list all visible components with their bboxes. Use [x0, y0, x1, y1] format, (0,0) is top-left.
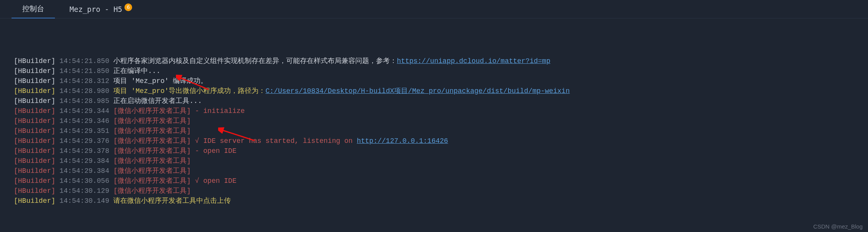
- log-message: [微信小程序开发者工具]: [113, 117, 191, 125]
- log-line: [HBuilder] 14:54:30.129 [微信小程序开发者工具]: [14, 186, 856, 196]
- log-tag: [HBuilder]: [14, 167, 55, 175]
- log-link[interactable]: https://uniapp.dcloud.io/matter?id=mp: [397, 57, 550, 65]
- log-line: [HBuilder] 14:54:21.850 正在编译中...: [14, 66, 856, 76]
- log-link[interactable]: C:/Users/10834/Desktop/H-buildX项目/Mez_pr…: [265, 87, 570, 95]
- tab-bar: 控制台 Mez_pro - H5 6: [0, 0, 868, 18]
- log-message: [微信小程序开发者工具] √ open IDE: [113, 177, 236, 185]
- tab-console[interactable]: 控制台: [12, 0, 55, 18]
- log-time: 14:54:29.384: [60, 157, 109, 165]
- log-tag: [HBuilder]: [14, 97, 55, 105]
- log-message: 正在启动微信开发者工具...: [113, 97, 202, 105]
- log-tag: [HBuilder]: [14, 177, 55, 185]
- log-message: 正在编译中...: [113, 67, 160, 75]
- log-message: [微信小程序开发者工具] √ IDE server has started, l…: [113, 137, 357, 145]
- log-line: [HBuilder] 14:54:29.376 [微信小程序开发者工具] √ I…: [14, 136, 856, 146]
- log-time: 14:54:21.850: [60, 57, 109, 65]
- log-line: [HBuilder] 14:54:28.980 项目 'Mez_pro'导出微信…: [14, 86, 856, 96]
- log-message: 小程序各家浏览器内核及自定义组件实现机制存在差异，可能存在样式布局兼容问题，参考…: [113, 57, 397, 65]
- log-message: 请在微信小程序开发者工具中点击上传: [113, 197, 231, 205]
- log-message: 项目 'Mez_pro'导出微信小程序成功，路径为：: [113, 87, 265, 95]
- log-time: 14:54:28.980: [60, 87, 109, 95]
- log-line: [HBuilder] 14:54:28.985 正在启动微信开发者工具...: [14, 96, 856, 106]
- log-time: 14:54:29.378: [60, 147, 109, 155]
- log-line: [HBuilder] 14:54:29.378 [微信小程序开发者工具] - o…: [14, 146, 856, 156]
- log-tag: [HBuilder]: [14, 157, 55, 165]
- log-time: 14:54:30.129: [60, 187, 109, 195]
- log-time: 14:54:21.850: [60, 67, 109, 75]
- log-line: [HBuilder] 14:54:29.351 [微信小程序开发者工具]: [14, 126, 856, 136]
- log-line: [HBuilder] 14:54:30.149 请在微信小程序开发者工具中点击上…: [14, 196, 856, 206]
- log-line: [HBuilder] 14:54:28.312 项目 'Mez_pro' 编译成…: [14, 76, 856, 86]
- log-tag: [HBuilder]: [14, 87, 55, 95]
- log-message: [微信小程序开发者工具]: [113, 167, 191, 175]
- log-tag: [HBuilder]: [14, 187, 55, 195]
- log-time: 14:54:29.384: [60, 167, 109, 175]
- watermark: CSDN @mez_Blog: [813, 223, 863, 230]
- log-time: 14:54:29.376: [60, 137, 109, 145]
- log-tag: [HBuilder]: [14, 127, 55, 135]
- log-link[interactable]: http://127.0.0.1:16426: [357, 137, 448, 145]
- log-message: [微信小程序开发者工具] - open IDE: [113, 147, 236, 155]
- log-message: [微信小程序开发者工具]: [113, 127, 191, 135]
- tab-console-label: 控制台: [22, 4, 44, 13]
- log-tag: [HBuilder]: [14, 67, 55, 75]
- log-tag: [HBuilder]: [14, 107, 55, 115]
- log-tag: [HBuilder]: [14, 197, 55, 205]
- log-line: [HBuilder] 14:54:29.384 [微信小程序开发者工具]: [14, 156, 856, 166]
- log-line: [HBuilder] 14:54:29.384 [微信小程序开发者工具]: [14, 166, 856, 176]
- log-message: [微信小程序开发者工具]: [113, 157, 191, 165]
- log-tag: [HBuilder]: [14, 77, 55, 85]
- log-time: 14:54:28.312: [60, 77, 109, 85]
- log-tag: [HBuilder]: [14, 117, 55, 125]
- log-tag: [HBuilder]: [14, 57, 55, 65]
- log-line: [HBuilder] 14:54:21.850 小程序各家浏览器内核及自定义组件…: [14, 56, 856, 66]
- log-line: [HBuilder] 14:54:29.346 [微信小程序开发者工具]: [14, 116, 856, 126]
- log-line: [HBuilder] 14:54:29.344 [微信小程序开发者工具] - i…: [14, 106, 856, 116]
- log-message: 项目 'Mez_pro' 编译成功。: [113, 77, 207, 85]
- tab-badge: 6: [124, 3, 132, 11]
- log-time: 14:54:28.985: [60, 97, 109, 105]
- log-time: 14:54:29.351: [60, 127, 109, 135]
- log-time: 14:54:29.346: [60, 117, 109, 125]
- log-message: [微信小程序开发者工具]: [113, 187, 191, 195]
- tab-project-label: Mez_pro - H5: [70, 5, 122, 13]
- tab-project[interactable]: Mez_pro - H5 6: [59, 1, 133, 17]
- log-tag: [HBuilder]: [14, 137, 55, 145]
- log-line: [HBuilder] 14:54:30.056 [微信小程序开发者工具] √ o…: [14, 176, 856, 186]
- log-message: [微信小程序开发者工具] - initialize: [113, 107, 245, 115]
- log-time: 14:54:30.056: [60, 177, 109, 185]
- log-time: 14:54:30.149: [60, 197, 109, 205]
- log-time: 14:54:29.344: [60, 107, 109, 115]
- console-output: [HBuilder] 14:54:21.850 小程序各家浏览器内核及自定义组件…: [0, 18, 868, 210]
- log-tag: [HBuilder]: [14, 147, 55, 155]
